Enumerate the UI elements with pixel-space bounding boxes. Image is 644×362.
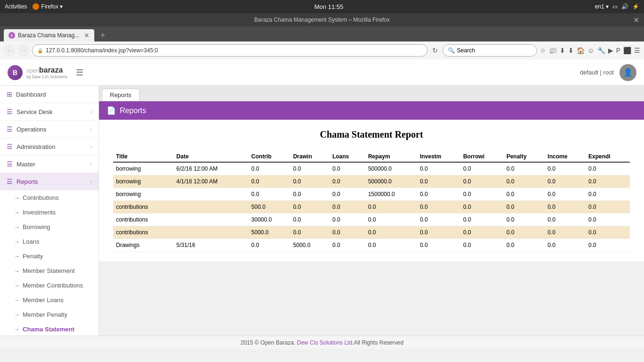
sidebar-label-reports: Reports: [17, 178, 38, 185]
reload-button[interactable]: ↻: [432, 47, 438, 54]
table-cell: borrowing: [113, 175, 173, 188]
chevron-right-icon: ›: [90, 109, 92, 115]
menu-icon[interactable]: ☰: [634, 47, 640, 54]
table-cell: 0.0: [460, 201, 504, 214]
table-cell: 0.0: [586, 162, 630, 175]
sidebar-item-master[interactable]: ☰ Master ›: [0, 156, 99, 173]
table-cell: 4/1/16 12:00 AM: [173, 175, 248, 188]
logo-open: open: [26, 67, 39, 74]
table-cell: 0.0: [290, 175, 330, 188]
table-header-row: Title Date Contrib Drawin Loans Repaym I…: [113, 151, 630, 162]
table-cell: 5000.0: [290, 239, 330, 252]
arrow-right-icon: →: [14, 312, 20, 318]
tab-reports[interactable]: Reports: [102, 89, 140, 101]
sidebar-item-dashboard[interactable]: ⊞ Dashboard: [0, 86, 99, 103]
sidebar-sub-member-statement[interactable]: → Member Statement: [0, 263, 99, 278]
table-cell: 0.0: [330, 214, 365, 226]
sub-label-investments: Investments: [23, 209, 56, 216]
hamburger-menu[interactable]: ☰: [76, 67, 83, 78]
sidebar-sub-member-loans[interactable]: → Member Loans: [0, 293, 99, 307]
sidebar-sub-contributions[interactable]: → Contributions: [0, 190, 99, 205]
address-bar[interactable]: 🔒 127.0.0.1:8080/chama/index.jsp?view=34…: [32, 44, 428, 57]
master-icon: ☰: [7, 160, 13, 168]
display-icon[interactable]: ▭: [612, 3, 618, 10]
window-close-button[interactable]: ✕: [633, 16, 639, 25]
arrow-right-icon: →: [14, 239, 20, 245]
firefox-menu[interactable]: Firefox ▾: [33, 3, 63, 10]
new-tab-button[interactable]: +: [96, 29, 109, 41]
os-topbar: Activities Firefox ▾ Mon 11:55 en1 ▾ ▭ 🔊…: [0, 0, 644, 13]
browser-search-bar[interactable]: 🔍 Search: [443, 44, 537, 57]
os-right: en1 ▾ ▭ 🔊 ⚡: [595, 3, 639, 10]
table-cell: contributions: [113, 201, 173, 214]
reports-header-icon: 📄: [107, 106, 116, 115]
table-cell: 0.0: [504, 214, 545, 226]
reader-icon[interactable]: 📰: [549, 47, 557, 54]
table-cell: contributions: [113, 226, 173, 239]
table-cell: 0.0: [545, 162, 586, 175]
reports-icon: ☰: [7, 178, 13, 185]
table-cell: 0.0: [290, 214, 330, 226]
app-logo: B openbaraza by Dew CIS Solutions ☰: [8, 65, 83, 80]
arrow-right-icon: →: [14, 209, 20, 216]
col-penalty: Penalty: [504, 151, 545, 162]
table-cell: 0.0: [545, 175, 586, 188]
table-cell: 0.0: [365, 226, 417, 239]
col-repaym: Repaym: [365, 151, 417, 162]
sidebar-sub-investments[interactable]: → Investments: [0, 205, 99, 220]
table-cell: 500000.0: [365, 162, 417, 175]
logo-icon: B: [8, 65, 23, 80]
table-cell: 0.0: [417, 201, 461, 214]
smiley-icon[interactable]: ☺: [587, 47, 594, 54]
bookmark-icon[interactable]: ☆: [540, 47, 546, 54]
col-investm: Investm: [417, 151, 461, 162]
url-text: 127.0.0.1:8080/chama/index.jsp?view=345:…: [46, 47, 158, 54]
table-row: borrowing4/1/16 12:00 AM0.00.00.0500000.…: [113, 175, 630, 188]
table-cell: 0.0: [545, 239, 586, 252]
ext-icon[interactable]: 🔧: [597, 47, 605, 54]
sidebar-item-operations[interactable]: ☰ Operations ›: [0, 121, 99, 138]
table-cell: 0.0: [504, 175, 545, 188]
sidebar-sub-borrowing[interactable]: → Borrowing: [0, 220, 99, 234]
activities-label[interactable]: Activities: [5, 3, 27, 10]
sidebar-label-service-desk: Service Desk: [17, 108, 53, 115]
pinterest-icon[interactable]: P: [616, 47, 620, 54]
table-cell: 0.0: [248, 162, 290, 175]
table-row: contributions30000.00.00.00.00.00.00.00.…: [113, 214, 630, 226]
footer-link[interactable]: Dew Cis Solutions Ltd.: [297, 339, 354, 346]
battery-icon[interactable]: ⚡: [632, 3, 639, 10]
sub-label-member-contributions: Member Contributions: [23, 282, 83, 289]
os-left: Activities Firefox ▾: [5, 3, 63, 10]
sidebar-sub-member-contributions[interactable]: → Member Contributions: [0, 278, 99, 293]
youtube-icon[interactable]: ▶: [608, 47, 613, 54]
sidebar-item-administration[interactable]: ☰ Administration ›: [0, 138, 99, 156]
back-button[interactable]: ←: [4, 45, 15, 56]
active-tab[interactable]: B Baraza Chama Manag... ✕: [4, 29, 94, 41]
table-cell: 0.0: [460, 175, 504, 188]
sidebar-sub-member-penalty[interactable]: → Member Penalty: [0, 307, 99, 322]
sub-label-loans: Loans: [23, 238, 39, 245]
tab-close-button[interactable]: ✕: [84, 32, 90, 39]
col-borrowi: Borrowi: [460, 151, 504, 162]
sidebar-sub-penalty[interactable]: → Penalty: [0, 249, 99, 263]
table-cell: 0.0: [248, 175, 290, 188]
sidebar-sub-loans[interactable]: → Loans: [0, 234, 99, 249]
footer-text: 2015 © Open Baraza.: [240, 339, 295, 346]
table-row: contributions5000.00.00.00.00.00.00.00.0…: [113, 226, 630, 239]
table-cell: 0.0: [248, 239, 290, 252]
download-icon[interactable]: ⬇: [568, 47, 574, 54]
screenshot-icon[interactable]: ⬛: [623, 47, 631, 54]
speaker-icon[interactable]: 🔊: [621, 3, 628, 10]
home-icon[interactable]: 🏠: [577, 47, 585, 54]
arrow-right-icon: →: [14, 224, 20, 230]
sidebar-label-master: Master: [17, 161, 35, 168]
table-cell: 0.0: [365, 239, 417, 252]
pocket-icon[interactable]: ⬇: [560, 47, 565, 54]
report-table: Title Date Contrib Drawin Loans Repaym I…: [113, 151, 630, 252]
sub-label-chama-statement: Chama Statement: [23, 326, 74, 333]
avatar[interactable]: 👤: [619, 64, 636, 81]
sidebar-sub-chama-statement[interactable]: → Chama Statement: [0, 322, 99, 336]
sidebar-item-reports[interactable]: ☰ Reports ›: [0, 173, 99, 190]
forward-button[interactable]: →: [18, 45, 29, 56]
sidebar-item-service-desk[interactable]: ☰ Service Desk ›: [0, 103, 99, 121]
